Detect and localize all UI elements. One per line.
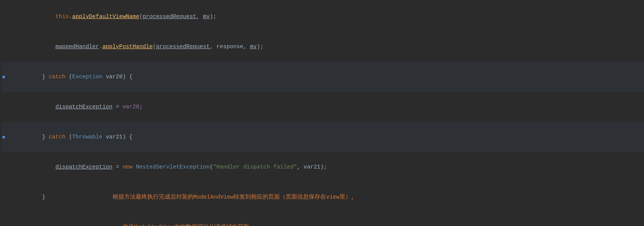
line-content-7b: 并且ModelAndView中的数据可以从请求域中获取。 [5, 212, 255, 226]
code-line-7b: 并且ModelAndView中的数据可以从请求域中获取。 [2, 212, 644, 226]
code-line-5: } catch (Throwable var21) { [2, 122, 644, 152]
line-content-3: } catch (Exception var20) { [5, 62, 133, 92]
line-content-5: } catch (Throwable var21) { [5, 122, 133, 152]
line-content-2: mappedHandler.applyPostHandle(processedR… [5, 32, 263, 62]
code-line-1: this.applyDefaultViewName(processedReque… [2, 2, 644, 32]
code-line-4: dispatchException = var20; [2, 92, 644, 122]
code-line-7: } 根据方法最终执行完成后封装的ModelAndView转发到相应的页面（页面信… [2, 182, 644, 212]
line-content-6: dispatchException = new NestedServletExc… [5, 152, 327, 182]
line-content-7: } 根据方法最终执行完成后封装的ModelAndView转发到相应的页面（页面信… [5, 182, 355, 212]
line-content-4: dispatchException = var20; [5, 92, 143, 122]
line-content-1: this.applyDefaultViewName(processedReque… [5, 2, 217, 32]
line-gutter-1 [2, 2, 5, 32]
line-gutter-6 [2, 152, 5, 182]
code-line-2: mappedHandler.applyPostHandle(processedR… [2, 32, 644, 62]
line-gutter-5 [2, 122, 5, 152]
code-line-6: dispatchException = new NestedServletExc… [2, 152, 644, 182]
line-gutter-4 [2, 92, 5, 122]
code-editor: this.applyDefaultViewName(processedReque… [0, 0, 644, 226]
line-gutter-7 [2, 182, 5, 212]
code-line-3: } catch (Exception var20) { [2, 62, 644, 92]
bookmark-dot-3 [2, 76, 5, 78]
line-gutter-7b [2, 212, 5, 226]
line-gutter-2 [2, 32, 5, 62]
bookmark-dot-5 [2, 136, 5, 138]
line-gutter-3 [2, 62, 5, 92]
